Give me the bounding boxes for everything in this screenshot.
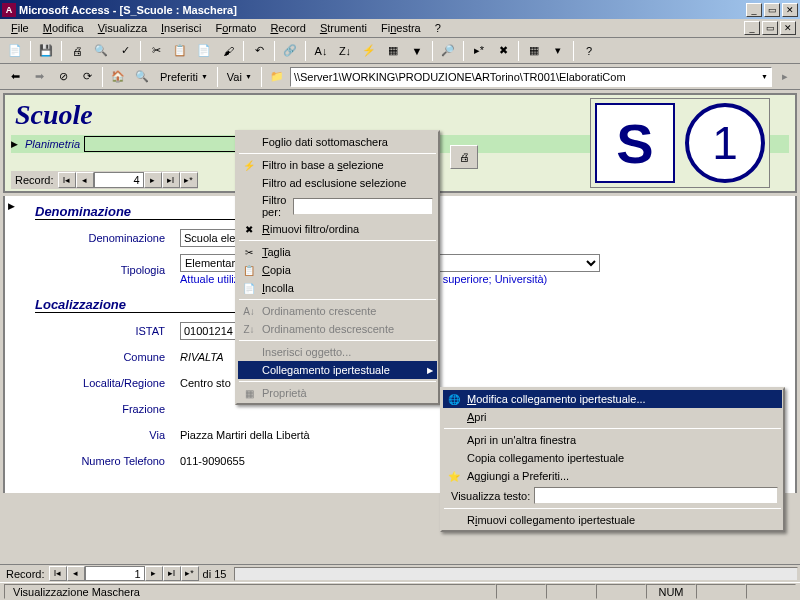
ctx-filtro-esclusione[interactable]: Filtro ad esclusione selezione: [238, 174, 437, 192]
planimetria-label: Planimetria: [21, 138, 84, 150]
menu-strumenti[interactable]: Strumenti: [313, 20, 374, 36]
view-button[interactable]: 📄: [4, 40, 26, 62]
folder-icon[interactable]: 📁: [266, 66, 288, 88]
main-record-label: Record:: [2, 568, 49, 580]
nav-prev-button[interactable]: ◂: [76, 172, 94, 188]
menubar: File Modifica Visualizza Inserisci Forma…: [0, 19, 800, 38]
main-nav-last-button[interactable]: ▸I: [163, 566, 181, 581]
scrollbar-track[interactable]: [234, 567, 798, 581]
nav-next-button[interactable]: ▸: [144, 172, 162, 188]
menu-help[interactable]: ?: [428, 20, 448, 36]
favorites-dropdown[interactable]: Preferiti▼: [155, 69, 213, 85]
main-nav-new-button[interactable]: ▸*: [181, 566, 199, 581]
undo-button[interactable]: ↶: [248, 40, 270, 62]
print-form-button[interactable]: 🖨: [450, 145, 478, 169]
go-dropdown[interactable]: Vai▼: [222, 69, 257, 85]
close-button[interactable]: ✕: [782, 3, 798, 17]
sub-apri-altra[interactable]: Apri in un'altra finestra: [443, 431, 782, 449]
restore-button[interactable]: ▭: [764, 3, 780, 17]
menu-formato[interactable]: Formato: [208, 20, 263, 36]
menu-file[interactable]: File: [4, 20, 36, 36]
paste-button[interactable]: 📄: [193, 40, 215, 62]
new-record-button[interactable]: ▸*: [468, 40, 490, 62]
filtro-per-input[interactable]: [293, 198, 433, 215]
save-button[interactable]: 💾: [35, 40, 57, 62]
statusbar: Visualizzazione Maschera NUM: [0, 582, 800, 600]
status-cell-2: [546, 584, 596, 599]
copy-button[interactable]: 📋: [169, 40, 191, 62]
cut-button[interactable]: ✂: [145, 40, 167, 62]
print-button[interactable]: 🖨: [66, 40, 88, 62]
spell-button[interactable]: ✓: [114, 40, 136, 62]
sort-desc-icon: Z↓: [241, 324, 257, 335]
filter-icon: ⚡: [241, 160, 257, 171]
format-button[interactable]: 🖌: [217, 40, 239, 62]
find-button[interactable]: 🔎: [437, 40, 459, 62]
edit-link-icon: 🌐: [446, 394, 462, 405]
ctx-foglio-dati[interactable]: Foglio dati sottomaschera: [238, 133, 437, 151]
ctx-collegamento-ipertestuale[interactable]: Collegamento ipertestuale▶: [238, 361, 437, 379]
toolbar-main: 📄 💾 🖨 🔍 ✓ ✂ 📋 📄 🖌 ↶ 🔗 A↓ Z↓ ⚡ ▦ ▼ 🔎 ▸* ✖…: [0, 38, 800, 64]
filter-form-button[interactable]: ▦: [382, 40, 404, 62]
home-button[interactable]: 🏠: [107, 66, 129, 88]
sort-asc-button[interactable]: A↓: [310, 40, 332, 62]
nav-new-button[interactable]: ▸*: [180, 172, 198, 188]
subform-record-nav: Record: I◂ ◂ ▸ ▸I ▸*: [11, 171, 198, 189]
nav-last-button[interactable]: ▸I: [162, 172, 180, 188]
ctx-inserisci-oggetto: Inserisci oggetto...: [238, 343, 437, 361]
menu-visualizza[interactable]: Visualizza: [91, 20, 154, 36]
titlebar: A Microsoft Access - [S_Scuole : Mascher…: [0, 0, 800, 19]
refresh-button[interactable]: ⟳: [76, 66, 98, 88]
minimize-button[interactable]: _: [746, 3, 762, 17]
search-web-button[interactable]: 🔍: [131, 66, 153, 88]
ctx-rimuovi-filtro[interactable]: ✖Rimuovi filtro/ordina: [238, 220, 437, 238]
sub-modifica-collegamento[interactable]: 🌐Modifica collegamento ipertestuale...: [443, 390, 782, 408]
help-button[interactable]: ?: [578, 40, 600, 62]
db-window-button[interactable]: ▦: [523, 40, 545, 62]
ctx-taglia[interactable]: ✂Taglia: [238, 243, 437, 261]
filter-toggle-button[interactable]: ▼: [406, 40, 428, 62]
filter-sel-button[interactable]: ⚡: [358, 40, 380, 62]
new-object-button[interactable]: ▾: [547, 40, 569, 62]
link-button[interactable]: 🔗: [279, 40, 301, 62]
menu-modifica[interactable]: Modifica: [36, 20, 91, 36]
status-text: Visualizzazione Maschera: [4, 584, 496, 599]
preview-button[interactable]: 🔍: [90, 40, 112, 62]
sub-apri[interactable]: Apri: [443, 408, 782, 426]
main-nav-first-button[interactable]: I◂: [49, 566, 67, 581]
forward-button[interactable]: ➡: [28, 66, 50, 88]
sub-rimuovi-collegamento[interactable]: Rimuovi collegamento ipertestuale: [443, 511, 782, 529]
main-record-number-input[interactable]: [85, 566, 145, 581]
go-button[interactable]: ▸: [774, 66, 796, 88]
menu-inserisci[interactable]: Inserisci: [154, 20, 208, 36]
delete-record-button[interactable]: ✖: [492, 40, 514, 62]
ctx-incolla[interactable]: 📄Incolla: [238, 279, 437, 297]
stop-button[interactable]: ⊘: [52, 66, 74, 88]
ctx-proprieta: ▦Proprietà: [238, 384, 437, 402]
sub-aggiungi-preferiti[interactable]: ⭐Aggiungi a Preferiti...: [443, 467, 782, 485]
nav-first-button[interactable]: I◂: [58, 172, 76, 188]
doc-close-button[interactable]: ✕: [780, 21, 796, 35]
sort-desc-button[interactable]: Z↓: [334, 40, 356, 62]
doc-restore-button[interactable]: ▭: [762, 21, 778, 35]
status-cell-3: [596, 584, 646, 599]
doc-minimize-button[interactable]: _: [744, 21, 760, 35]
sub-copia-collegamento[interactable]: Copia collegamento ipertestuale: [443, 449, 782, 467]
ctx-filtro-per[interactable]: Filtro per:: [238, 192, 437, 220]
back-button[interactable]: ⬅: [4, 66, 26, 88]
localita-label: Localita/Regione: [35, 377, 180, 389]
main-nav-next-button[interactable]: ▸: [145, 566, 163, 581]
add-favorite-icon: ⭐: [446, 471, 462, 482]
record-number-input[interactable]: [94, 172, 144, 188]
context-submenu: 🌐Modifica collegamento ipertestuale... A…: [440, 387, 785, 532]
ctx-filtro-selezione[interactable]: ⚡Filtro in base a selezione: [238, 156, 437, 174]
tab-marker-icon[interactable]: ▶: [8, 201, 18, 213]
istat-label: ISTAT: [35, 325, 180, 337]
address-text: \\Server1\WORKING\PRODUZIONE\ARTorino\TR…: [294, 71, 626, 83]
address-box[interactable]: \\Server1\WORKING\PRODUZIONE\ARTorino\TR…: [290, 67, 772, 87]
menu-record[interactable]: Record: [263, 20, 312, 36]
ctx-copia[interactable]: 📋Copia: [238, 261, 437, 279]
visualizza-testo-input[interactable]: [534, 487, 778, 504]
menu-finestra[interactable]: Finestra: [374, 20, 428, 36]
main-nav-prev-button[interactable]: ◂: [67, 566, 85, 581]
